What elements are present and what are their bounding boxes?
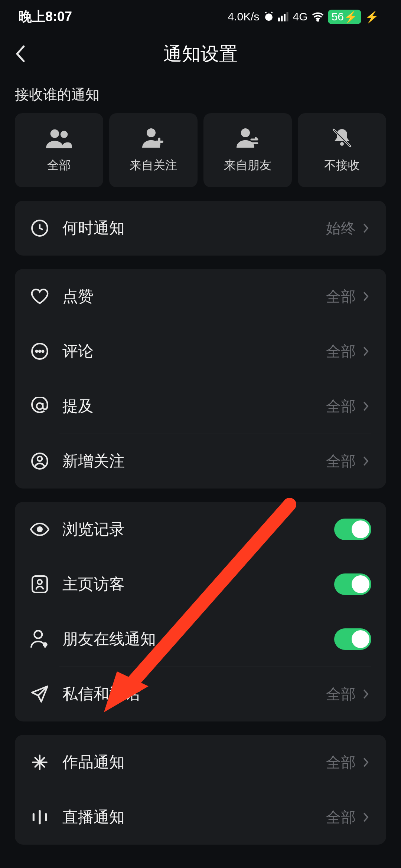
row-title: 何时通知 bbox=[62, 218, 326, 239]
svg-point-21 bbox=[38, 527, 42, 532]
filter-label: 来自朋友 bbox=[224, 157, 271, 174]
people-icon bbox=[46, 127, 72, 149]
chevron-right-icon bbox=[361, 689, 371, 699]
chevron-right-icon bbox=[361, 223, 371, 233]
row-visitor[interactable]: 主页访客 bbox=[15, 557, 386, 612]
filter-friends[interactable]: 来自朋友 bbox=[203, 113, 292, 187]
clock-icon bbox=[30, 218, 50, 238]
filter-off[interactable]: 不接收 bbox=[298, 113, 386, 187]
svg-point-23 bbox=[38, 580, 42, 584]
svg-point-25 bbox=[43, 642, 47, 647]
eye-icon bbox=[30, 519, 50, 539]
chevron-right-icon bbox=[361, 812, 371, 822]
row-title: 直播通知 bbox=[62, 807, 326, 828]
svg-rect-4 bbox=[286, 12, 288, 22]
row-when-notify[interactable]: 何时通知 始终 bbox=[15, 201, 386, 256]
row-value: 全部 bbox=[326, 807, 356, 828]
svg-point-0 bbox=[265, 13, 273, 21]
sparkle-icon bbox=[30, 752, 50, 772]
svg-point-7 bbox=[61, 131, 68, 138]
row-title: 评论 bbox=[62, 341, 326, 362]
row-friend-online[interactable]: 朋友在线通知 bbox=[15, 612, 386, 667]
row-title: 浏览记录 bbox=[62, 519, 334, 540]
chevron-right-icon bbox=[361, 291, 371, 302]
svg-point-9 bbox=[241, 128, 250, 137]
status-right: 4.0K/s 4G 56⚡ ⚡ bbox=[228, 10, 379, 24]
svg-point-8 bbox=[147, 128, 156, 137]
friend-online-icon bbox=[30, 629, 50, 649]
row-live[interactable]: 直播通知 全部 bbox=[15, 790, 386, 845]
chevron-right-icon bbox=[361, 401, 371, 411]
row-title: 提及 bbox=[62, 396, 326, 417]
svg-rect-1 bbox=[278, 18, 280, 22]
charging-icon: ⚡ bbox=[365, 10, 379, 23]
row-title: 朋友在线通知 bbox=[62, 629, 334, 650]
filter-following[interactable]: 来自关注 bbox=[109, 113, 198, 187]
row-message[interactable]: 私信和通话 全部 bbox=[15, 667, 386, 721]
heart-icon bbox=[30, 286, 50, 306]
svg-point-15 bbox=[36, 351, 38, 352]
toggle-history[interactable] bbox=[334, 519, 371, 540]
svg-rect-2 bbox=[281, 16, 283, 22]
battery-indicator: 56⚡ bbox=[328, 10, 361, 24]
person-exchange-icon bbox=[235, 127, 261, 149]
status-time: 晚上8:07 bbox=[19, 8, 72, 26]
row-history[interactable]: 浏览记录 bbox=[15, 502, 386, 557]
alarm-icon bbox=[263, 11, 274, 22]
row-title: 新增关注 bbox=[62, 451, 326, 471]
row-comment[interactable]: 评论 全部 bbox=[15, 324, 386, 379]
filter-label: 全部 bbox=[47, 157, 71, 174]
row-mention[interactable]: 提及 全部 bbox=[15, 379, 386, 434]
nav-header: 通知设置 bbox=[0, 33, 401, 74]
group-interactions: 点赞 全部 评论 全部 提及 全部 新增关注 全部 bbox=[15, 269, 386, 489]
user-circle-icon bbox=[30, 451, 50, 471]
svg-point-20 bbox=[38, 457, 42, 461]
live-icon bbox=[30, 807, 50, 827]
filter-label: 来自关注 bbox=[130, 157, 177, 174]
row-title: 点赞 bbox=[62, 286, 326, 307]
row-value: 全部 bbox=[326, 451, 356, 471]
visitor-icon bbox=[30, 574, 50, 594]
status-bar: 晚上8:07 4.0K/s 4G 56⚡ ⚡ bbox=[0, 0, 401, 33]
svg-point-18 bbox=[37, 403, 43, 410]
at-icon bbox=[30, 396, 50, 416]
row-value: 全部 bbox=[326, 752, 356, 773]
svg-point-17 bbox=[42, 351, 43, 352]
page-title: 通知设置 bbox=[0, 42, 401, 66]
cellular-icon bbox=[278, 12, 289, 22]
filter-row: 全部 来自关注 来自朋友 不接收 bbox=[0, 113, 401, 187]
section-label: 接收谁的通知 bbox=[0, 74, 401, 113]
row-value: 始终 bbox=[326, 218, 356, 239]
toggle-online[interactable] bbox=[334, 628, 371, 650]
row-title: 主页访客 bbox=[62, 574, 334, 595]
row-works[interactable]: 作品通知 全部 bbox=[15, 735, 386, 790]
chevron-right-icon bbox=[361, 757, 371, 767]
svg-point-10 bbox=[340, 142, 344, 146]
row-value: 全部 bbox=[326, 396, 356, 417]
svg-point-24 bbox=[34, 631, 42, 638]
comment-icon bbox=[30, 341, 50, 361]
net-speed: 4.0K/s bbox=[228, 10, 260, 23]
toggle-visitor[interactable] bbox=[334, 573, 371, 595]
group-when: 何时通知 始终 bbox=[15, 201, 386, 256]
filter-label: 不接收 bbox=[324, 157, 360, 174]
row-value: 全部 bbox=[326, 684, 356, 704]
row-new-follower[interactable]: 新增关注 全部 bbox=[15, 434, 386, 489]
send-icon bbox=[30, 684, 50, 704]
chevron-right-icon bbox=[361, 456, 371, 466]
svg-point-5 bbox=[317, 20, 319, 21]
bell-off-icon bbox=[329, 127, 355, 149]
group-content: 作品通知 全部 直播通知 全部 bbox=[15, 735, 386, 845]
row-like[interactable]: 点赞 全部 bbox=[15, 269, 386, 324]
wifi-icon bbox=[312, 12, 324, 22]
svg-point-16 bbox=[39, 351, 40, 352]
chevron-right-icon bbox=[361, 346, 371, 356]
group-activity: 浏览记录 主页访客 朋友在线通知 私信和通话 全部 bbox=[15, 502, 386, 721]
filter-all[interactable]: 全部 bbox=[15, 113, 103, 187]
row-title: 作品通知 bbox=[62, 752, 326, 773]
row-title: 私信和通话 bbox=[62, 684, 326, 704]
network-label: 4G bbox=[293, 10, 308, 23]
back-button[interactable] bbox=[15, 43, 37, 65]
row-value: 全部 bbox=[326, 341, 356, 362]
person-plus-icon bbox=[140, 127, 166, 149]
